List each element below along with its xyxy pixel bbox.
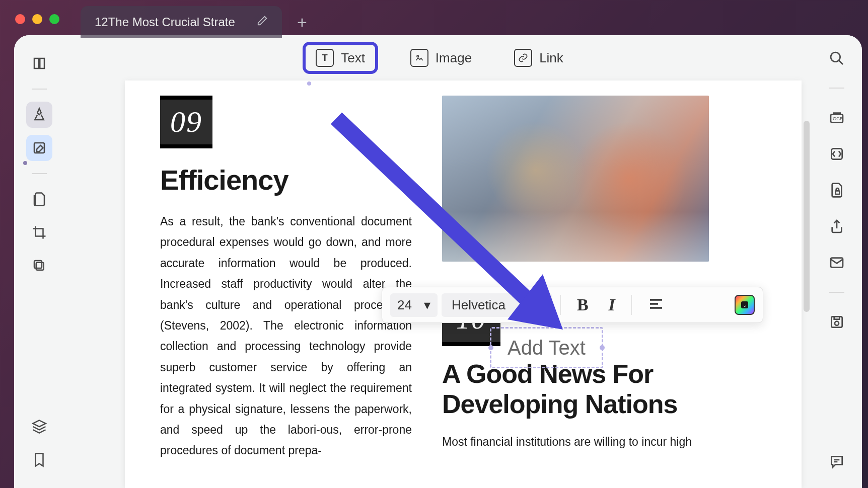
resize-handle-left[interactable]	[488, 345, 493, 350]
chevron-down-icon: ▾	[424, 297, 430, 313]
section-number-badge: 09	[160, 96, 212, 148]
document-canvas[interactable]: 09 Efficiency As a result, the bank's co…	[125, 80, 802, 488]
sidebar-separator	[32, 173, 47, 174]
svg-point-3	[831, 52, 840, 62]
minimize-window-button[interactable]	[32, 14, 42, 24]
insert-image-button[interactable]: Image	[400, 44, 482, 72]
left-sidebar	[14, 35, 64, 488]
app-frame: OCR T Text Image	[14, 35, 862, 488]
reader-mode-icon[interactable]	[26, 50, 52, 76]
section-body: Most financial institutions are willing …	[442, 432, 709, 452]
maximize-window-button[interactable]	[49, 14, 59, 24]
bookmark-icon[interactable]	[26, 447, 52, 473]
insert-text-button[interactable]: T Text	[303, 42, 378, 74]
active-indicator-dot	[23, 161, 27, 165]
text-label: Text	[341, 50, 365, 66]
image-label: Image	[436, 50, 472, 66]
search-icon[interactable]	[826, 47, 848, 69]
document-tab[interactable]: 12The Most Crucial Strate	[81, 6, 282, 38]
mail-icon[interactable]	[826, 252, 848, 274]
text-icon: T	[316, 49, 334, 67]
svg-rect-2	[34, 261, 42, 268]
comment-icon[interactable]	[826, 451, 848, 473]
save-icon[interactable]	[826, 311, 848, 333]
edit-tab-icon[interactable]	[257, 15, 268, 29]
lock-file-icon[interactable]	[826, 179, 848, 201]
sidebar-separator	[32, 89, 47, 90]
edit-tool-icon[interactable]	[26, 135, 52, 161]
svg-point-10	[835, 321, 839, 326]
svg-point-11	[417, 55, 418, 57]
right-sidebar: OCR	[812, 35, 862, 488]
convert-icon[interactable]	[826, 143, 848, 165]
insert-link-button[interactable]: Link	[504, 44, 573, 72]
add-tab-button[interactable]: +	[292, 13, 312, 32]
placeholder-text: Add Text	[508, 337, 586, 359]
pages-tool-icon[interactable]	[26, 186, 52, 212]
font-size-value: 24	[397, 297, 412, 313]
text-color-button[interactable]: ⌄	[735, 295, 755, 315]
link-label: Link	[539, 50, 563, 66]
crop-tool-icon[interactable]	[26, 219, 52, 246]
svg-rect-7	[835, 191, 839, 194]
tab-bar: 12The Most Crucial Strate +	[81, 6, 312, 38]
stack-tool-icon[interactable]	[26, 253, 52, 279]
link-icon	[514, 49, 532, 67]
sidebar-separator	[829, 88, 844, 89]
tab-title: 12The Most Crucial Strate	[95, 15, 248, 29]
svg-rect-1	[36, 263, 44, 270]
ocr-icon[interactable]: OCR	[826, 107, 848, 129]
section-number: 09	[170, 105, 202, 138]
resize-handle-right[interactable]	[600, 345, 605, 350]
toolbar-separator	[631, 295, 632, 315]
selection-dot	[307, 82, 311, 86]
section-body: As a result, the bank's conventional doc…	[160, 211, 412, 461]
text-format-toolbar: 24 ▾ Helvetica B I ⌄	[382, 287, 763, 323]
left-column: 09 Efficiency As a result, the bank's co…	[160, 96, 412, 461]
chevron-down-icon: ⌄	[741, 301, 748, 308]
layers-icon[interactable]	[26, 414, 52, 440]
font-family-value: Helvetica	[452, 297, 505, 312]
section-photo	[442, 96, 709, 262]
toolbar-separator	[560, 295, 561, 315]
insert-toolbar: T Text Image Link	[64, 35, 812, 80]
italic-button[interactable]: I	[601, 295, 623, 314]
add-text-placeholder[interactable]: Add Text	[490, 327, 603, 368]
svg-text:OCR: OCR	[833, 116, 843, 121]
image-icon	[410, 49, 428, 67]
share-icon[interactable]	[826, 215, 848, 237]
bold-button[interactable]: B	[569, 295, 597, 314]
font-size-select[interactable]: 24 ▾	[390, 293, 438, 317]
right-column: 10 A Good News For Developing Nations Mo…	[442, 96, 709, 452]
highlight-tool-icon[interactable]	[26, 102, 52, 128]
close-window-button[interactable]	[15, 14, 25, 24]
sidebar-separator	[829, 292, 844, 293]
window-controls	[15, 14, 59, 24]
font-family-select[interactable]: Helvetica	[442, 293, 552, 317]
align-left-button[interactable]	[640, 296, 672, 314]
section-title: Efficiency	[160, 164, 412, 196]
scrollbar-thumb[interactable]	[804, 121, 810, 312]
